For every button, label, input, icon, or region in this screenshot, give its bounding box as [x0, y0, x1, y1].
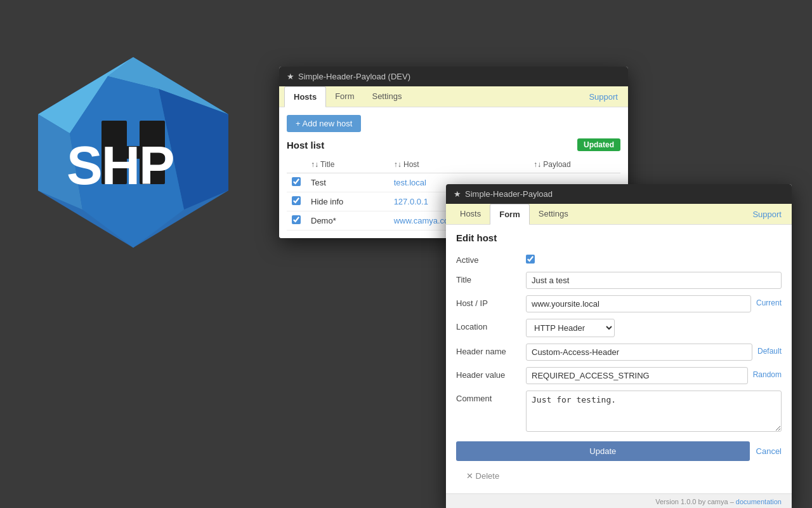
active-field [526, 252, 782, 265]
location-field: HTTP Header Query String Cookie [526, 319, 782, 337]
tab-form-w2[interactable]: Form [490, 204, 530, 225]
window1-title: Simple-Header-Payload (DEV) [298, 72, 410, 81]
header-name-row: Header name Default [456, 344, 782, 361]
window1-star: ★ [287, 72, 294, 81]
host-title-3[interactable]: Demo* [306, 211, 389, 231]
comment-field: Just for testing. [526, 391, 782, 434]
host-ip-field [526, 295, 751, 312]
svg-text:SHP: SHP [67, 135, 174, 196]
tab-settings-w1[interactable]: Settings [363, 86, 410, 107]
header-value-input[interactable] [526, 367, 748, 384]
tab-form-w1[interactable]: Form [326, 86, 363, 107]
header-name-input[interactable] [526, 344, 752, 361]
tab-hosts-w1[interactable]: Hosts [284, 86, 326, 107]
support-link-w2[interactable]: Support [747, 204, 787, 224]
host-list-title: Host list [287, 140, 324, 150]
logo: SHP [32, 51, 260, 279]
host-checkbox-1[interactable] [292, 177, 301, 186]
active-label: Active [456, 252, 526, 265]
window1-titlebar: ★ Simple-Header-Payload (DEV) [279, 67, 628, 86]
host-title-1[interactable]: Test [306, 173, 389, 192]
documentation-link[interactable]: documentation [736, 498, 782, 505]
host-ip-label: Host / IP [456, 295, 526, 308]
col-checkbox [287, 156, 306, 173]
form-content: Edit host Active Title Host / IP Current… [446, 225, 792, 493]
form-window: ★ Simple-Header-Payload Hosts Form Setti… [446, 184, 792, 508]
header-name-field [526, 344, 752, 361]
header-value-field [526, 367, 748, 384]
cancel-link[interactable]: Cancel [756, 446, 782, 456]
tab-settings-w2[interactable]: Settings [530, 204, 577, 225]
title-row: Title [456, 272, 782, 289]
col-payload[interactable]: ↑↓ Payload [528, 156, 620, 173]
host-ip-input[interactable] [526, 295, 751, 312]
updated-badge: Updated [577, 138, 620, 151]
window2-footer: Version 1.0.0 by camya – documentation [446, 493, 792, 508]
location-row: Location HTTP Header Query String Cookie [456, 319, 782, 337]
footer-text: Version 1.0.0 by camya – [655, 498, 736, 505]
comment-textarea[interactable]: Just for testing. [526, 391, 782, 432]
comment-label: Comment [456, 391, 526, 403]
header-value-row: Header value Random [456, 367, 782, 384]
location-select[interactable]: HTTP Header Query String Cookie [526, 319, 615, 337]
title-field [526, 272, 782, 289]
host-ip-row: Host / IP Current [456, 295, 782, 312]
active-checkbox[interactable] [526, 255, 535, 264]
window2-tab-bar: Hosts Form Settings Support [446, 204, 792, 225]
title-label: Title [456, 272, 526, 284]
update-button[interactable]: Update [456, 441, 750, 461]
comment-row: Comment Just for testing. [456, 391, 782, 434]
tab-hosts-w2[interactable]: Hosts [451, 204, 490, 225]
location-label: Location [456, 319, 526, 331]
host-title-2[interactable]: Hide info [306, 192, 389, 211]
host-checkbox-2[interactable] [292, 196, 301, 205]
active-row: Active [456, 252, 782, 265]
form-title: Edit host [456, 232, 782, 243]
window1-tab-bar: Hosts Form Settings Support [279, 86, 628, 107]
host-list-header: Host list Updated [287, 138, 620, 151]
random-hint[interactable]: Random [753, 367, 782, 379]
current-hint[interactable]: Current [756, 295, 782, 307]
title-input[interactable] [526, 272, 782, 289]
header-value-label: Header value [456, 367, 526, 380]
form-actions: Update Cancel [456, 441, 782, 461]
host-checkbox-3[interactable] [292, 215, 301, 224]
header-name-label: Header name [456, 344, 526, 356]
window2-star: ★ [454, 189, 461, 199]
support-link-w1[interactable]: Support [584, 87, 623, 107]
col-host[interactable]: ↑↓ Host [389, 156, 528, 173]
delete-link[interactable]: ✕ Delete [456, 466, 509, 486]
default-hint[interactable]: Default [757, 344, 782, 356]
window2-title: Simple-Header-Payload [465, 189, 553, 199]
delete-row: ✕ Delete [456, 466, 782, 486]
add-host-button[interactable]: + Add new host [287, 115, 361, 132]
col-title[interactable]: ↑↓ Title [306, 156, 389, 173]
window2-titlebar: ★ Simple-Header-Payload [446, 184, 792, 204]
